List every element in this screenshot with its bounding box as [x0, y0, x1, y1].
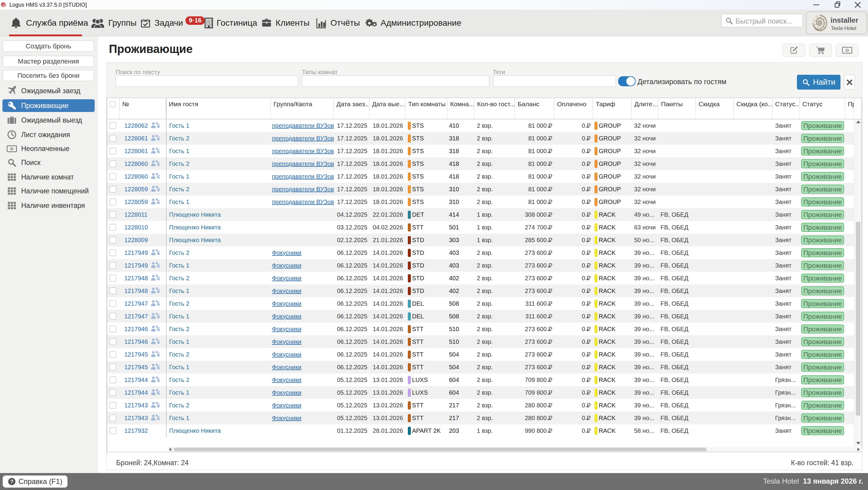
svg-text:0: 0 — [846, 48, 848, 52]
svg-text:?: ? — [10, 479, 13, 485]
svg-text:0: 0 — [11, 147, 13, 150]
